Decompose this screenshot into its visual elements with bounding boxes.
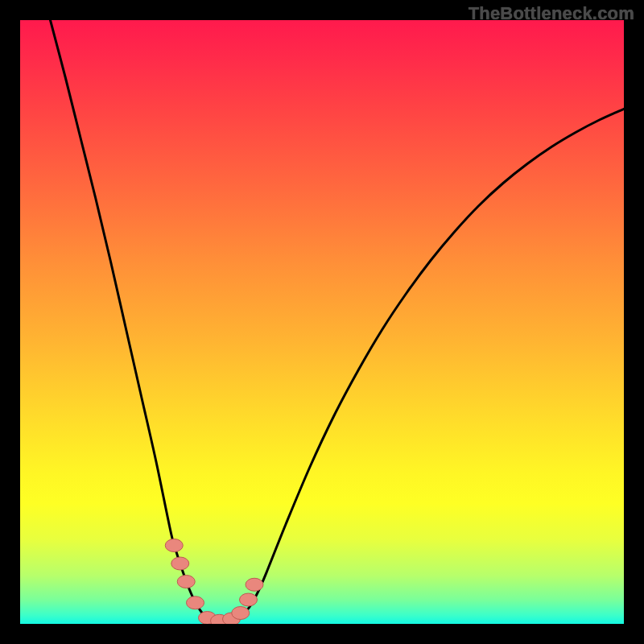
marker-dot xyxy=(171,557,189,570)
marker-dot xyxy=(187,597,204,609)
marker-dot xyxy=(232,607,250,620)
marker-dot xyxy=(246,578,263,591)
plot-area xyxy=(20,20,624,624)
watermark-text: TheBottleneck.com xyxy=(469,3,634,24)
marker-dots xyxy=(165,539,263,625)
marker-dot xyxy=(165,539,183,552)
chart-frame: TheBottleneck.com xyxy=(0,0,644,644)
marker-dot xyxy=(240,593,258,606)
bottleneck-curve xyxy=(51,20,625,623)
marker-dot xyxy=(177,576,195,588)
curve-svg xyxy=(20,20,624,624)
